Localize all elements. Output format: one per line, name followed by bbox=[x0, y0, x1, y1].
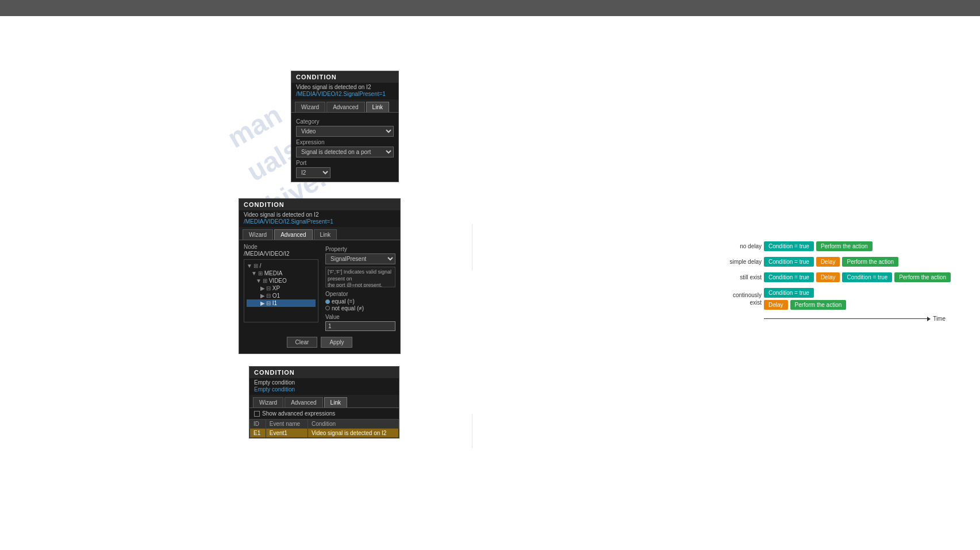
property-area: Property SignalPresent ['F','F'] Indicat… bbox=[322, 244, 395, 334]
clear-button[interactable]: Clear bbox=[287, 337, 318, 348]
advanced-expressions-checkbox[interactable] bbox=[254, 411, 260, 417]
node-path: /MEDIA/VIDEO/I2 bbox=[244, 251, 318, 257]
tab-link-3[interactable]: Link bbox=[324, 397, 347, 407]
tab-advanced-3[interactable]: Advanced bbox=[285, 397, 322, 407]
apply-button[interactable]: Apply bbox=[321, 337, 352, 348]
tab-wizard-3[interactable]: Wizard bbox=[253, 397, 283, 407]
tree-item-o1[interactable]: ▶⊟ O1 bbox=[247, 292, 316, 299]
top-bar bbox=[0, 0, 980, 16]
badge-condition-3a: Condition = true bbox=[764, 272, 814, 282]
col-event: Event name bbox=[266, 420, 308, 429]
panel2-tabs: Wizard Advanced Link bbox=[239, 227, 400, 240]
axis-label: Time bbox=[933, 316, 946, 322]
badge-condition-2: Condition = true bbox=[764, 257, 814, 267]
operator-equal-label: equal (=) bbox=[332, 298, 355, 305]
panel1-title: CONDITION bbox=[291, 71, 398, 83]
btn-row: Clear Apply bbox=[244, 334, 395, 350]
badge-action-3: Perform the action bbox=[894, 272, 951, 282]
badge-condition-3b: Condition = true bbox=[842, 272, 892, 282]
diagram-row-nodelay: no delay Condition = true Perform the ac… bbox=[716, 241, 946, 251]
row-label-continuously: continouslyexist bbox=[716, 291, 762, 306]
operator-notequal[interactable]: not equal (≠) bbox=[325, 305, 364, 311]
expression-label: Expression bbox=[296, 139, 394, 145]
tree-item-video[interactable]: ▼⊞ VIDEO bbox=[247, 277, 316, 284]
badge-delay-2: Delay bbox=[816, 257, 840, 267]
panel3-subtitle: Empty condition bbox=[249, 378, 399, 386]
cell-event: Event1 bbox=[266, 429, 308, 438]
badge-condition-4: Condition = true bbox=[764, 288, 814, 298]
diagram-row-stillexist: still exist Condition = true Delay Condi… bbox=[716, 272, 946, 282]
tab-link-2[interactable]: Link bbox=[314, 229, 337, 240]
category-label: Category bbox=[296, 118, 394, 125]
cell-condition: Video signal is detected on I2 bbox=[308, 429, 398, 438]
row-label-simpledelay: simple delay bbox=[716, 259, 762, 265]
node-label: Node bbox=[244, 244, 318, 250]
condition-panel-advanced: CONDITION Video signal is detected on I2… bbox=[239, 198, 401, 354]
value-label: Value bbox=[325, 314, 395, 320]
col-id: ID bbox=[250, 420, 266, 429]
row-label-stillexist: still exist bbox=[716, 274, 762, 280]
condition-panel-link: CONDITION Empty condition Empty conditio… bbox=[249, 366, 399, 439]
port-label: Port bbox=[296, 160, 394, 166]
operator-area: equal (=) not equal (≠) bbox=[325, 298, 395, 311]
tab-advanced-1[interactable]: Advanced bbox=[326, 102, 364, 112]
panel3-tabs: Wizard Advanced Link bbox=[249, 395, 399, 408]
tab-advanced-2[interactable]: Advanced bbox=[274, 229, 312, 240]
col-condition: Condition bbox=[308, 420, 398, 429]
tree-item-media[interactable]: ▼⊞ MEDIA bbox=[247, 270, 316, 277]
category-select[interactable]: Video bbox=[296, 126, 394, 137]
axis-line bbox=[764, 318, 927, 319]
diagram-row-simpledelay: simple delay Condition = true Delay Perf… bbox=[716, 257, 946, 267]
badge-delay-3: Delay bbox=[816, 272, 840, 282]
operator-label: Operator bbox=[325, 291, 395, 297]
badge-condition-1: Condition = true bbox=[764, 241, 814, 251]
panel1-body: Category Video Expression Signal is dete… bbox=[291, 113, 398, 182]
badge-action-1: Perform the action bbox=[816, 241, 873, 251]
panel1-tabs: Wizard Advanced Link bbox=[291, 99, 398, 113]
axis-arrow bbox=[927, 317, 931, 321]
cell-id: E1 bbox=[250, 429, 266, 438]
checkbox-label: Show advanced expressions bbox=[262, 410, 335, 417]
continuously-badges: Condition = true Delay Perform the actio… bbox=[764, 288, 846, 310]
condition-panel-wizard: CONDITION Video signal is detected on I2… bbox=[291, 71, 399, 182]
row-label-nodelay: no delay bbox=[716, 243, 762, 249]
panel1-subtitle: Video signal is detected on I2 bbox=[291, 83, 398, 91]
panel1-path: /MEDIA/VIDEO/I2.SignalPresent=1 bbox=[291, 91, 398, 99]
tab-wizard-2[interactable]: Wizard bbox=[243, 229, 273, 240]
badge-delay-4: Delay bbox=[764, 300, 788, 310]
tab-link-1[interactable]: Link bbox=[366, 102, 389, 112]
tree-item-xp[interactable]: ▶⊟ XP bbox=[247, 284, 316, 292]
property-description: ['F','F'] Indicates valid signal present… bbox=[325, 267, 395, 287]
port-select[interactable]: I2 bbox=[296, 167, 330, 178]
badge-action-4: Perform the action bbox=[790, 300, 847, 310]
diagram-row-continuously: continouslyexist Condition = true Delay … bbox=[716, 288, 946, 310]
operator-equal[interactable]: equal (=) bbox=[325, 298, 355, 305]
tree-item-root[interactable]: ▼⊞ / bbox=[247, 262, 316, 270]
panel2-subtitle: Video signal is detected on I2 bbox=[239, 210, 400, 218]
v-line-2 bbox=[472, 414, 472, 448]
panel3-path: Empty condition bbox=[249, 386, 399, 395]
panel3-title: CONDITION bbox=[249, 367, 399, 378]
operator-notequal-label: not equal (≠) bbox=[332, 305, 364, 311]
badge-action-2: Perform the action bbox=[842, 257, 898, 267]
checkbox-row: Show advanced expressions bbox=[249, 408, 399, 419]
continuously-top-row: Condition = true bbox=[764, 288, 846, 298]
tab-wizard-1[interactable]: Wizard bbox=[295, 102, 325, 112]
diagram-axis: Time bbox=[716, 316, 946, 322]
tree-area[interactable]: ▼⊞ / ▼⊞ MEDIA ▼⊞ VIDEO ▶⊟ XP ▶⊟ O1 bbox=[244, 259, 318, 322]
link-table: ID Event name Condition E1 Event1 Video … bbox=[249, 419, 399, 438]
value-input[interactable] bbox=[325, 321, 395, 331]
expression-select[interactable]: Signal is detected on a port bbox=[296, 147, 394, 157]
panel2-path: /MEDIA/VIDEO/I2.SignalPresent=1 bbox=[239, 218, 400, 227]
panel2-body: Node /MEDIA/VIDEO/I2 ▼⊞ / ▼⊞ MEDIA ▼⊞ VI… bbox=[239, 240, 400, 353]
property-label: Property bbox=[325, 246, 395, 252]
tree-item-i1[interactable]: ▶⊟ I1 bbox=[247, 299, 316, 307]
continuously-bottom-row: Delay Perform the action bbox=[764, 300, 846, 310]
table-row[interactable]: E1 Event1 Video signal is detected on I2 bbox=[250, 429, 399, 438]
property-select[interactable]: SignalPresent bbox=[325, 253, 395, 264]
diagram-area: no delay Condition = true Perform the ac… bbox=[716, 241, 946, 322]
v-line-1 bbox=[472, 224, 472, 270]
panel2-title: CONDITION bbox=[239, 199, 400, 210]
